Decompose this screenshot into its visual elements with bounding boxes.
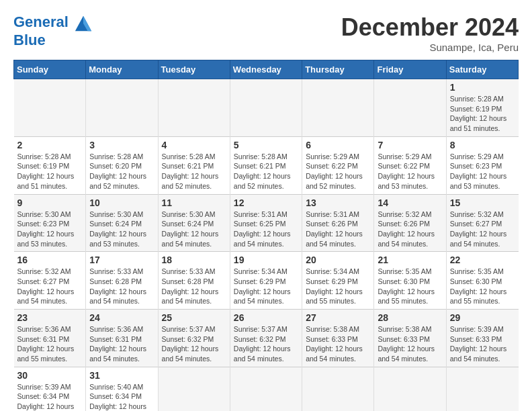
- day-info: Sunrise: 5:28 AMSunset: 6:21 PMDaylight:…: [162, 152, 226, 191]
- day-info: Sunrise: 5:34 AMSunset: 6:29 PMDaylight:…: [234, 267, 298, 306]
- calendar-cell: 3Sunrise: 5:28 AMSunset: 6:20 PMDaylight…: [86, 136, 158, 194]
- day-info: Sunrise: 5:28 AMSunset: 6:19 PMDaylight:…: [450, 94, 515, 134]
- calendar-cell: 15Sunrise: 5:32 AMSunset: 6:27 PMDayligh…: [446, 194, 518, 252]
- calendar-cell: 12Sunrise: 5:31 AMSunset: 6:25 PMDayligh…: [230, 194, 302, 252]
- day-number: 30: [17, 370, 83, 381]
- day-info: Sunrise: 5:33 AMSunset: 6:28 PMDaylight:…: [89, 267, 154, 306]
- day-info: Sunrise: 5:39 AMSunset: 6:34 PMDaylight:…: [17, 382, 83, 411]
- calendar-cell: [302, 367, 374, 411]
- day-number: 4: [162, 140, 226, 150]
- calendar-cell: 4Sunrise: 5:28 AMSunset: 6:21 PMDaylight…: [158, 136, 230, 194]
- day-info: Sunrise: 5:29 AMSunset: 6:22 PMDaylight:…: [306, 152, 370, 191]
- calendar-cell: 18Sunrise: 5:33 AMSunset: 6:28 PMDayligh…: [158, 252, 230, 310]
- calendar-cell: [302, 79, 374, 137]
- calendar-cell: 31Sunrise: 5:40 AMSunset: 6:34 PMDayligh…: [86, 367, 158, 411]
- day-number: 17: [89, 255, 154, 265]
- calendar-cell: 8Sunrise: 5:29 AMSunset: 6:23 PMDaylight…: [446, 136, 518, 194]
- day-number: 22: [450, 255, 515, 265]
- calendar-cell: 5Sunrise: 5:28 AMSunset: 6:21 PMDaylight…: [230, 136, 302, 194]
- calendar-week-row: 30Sunrise: 5:39 AMSunset: 6:34 PMDayligh…: [14, 367, 519, 411]
- calendar-cell: 16Sunrise: 5:32 AMSunset: 6:27 PMDayligh…: [14, 252, 86, 310]
- calendar-cell: 26Sunrise: 5:37 AMSunset: 6:32 PMDayligh…: [230, 310, 302, 367]
- day-number: 24: [89, 312, 154, 323]
- location: Sunampe, Ica, Peru: [341, 42, 519, 53]
- day-number: 21: [378, 255, 442, 265]
- page-header: General Blue December 2024 Sunampe, Ica,…: [13, 13, 519, 53]
- day-info: Sunrise: 5:30 AMSunset: 6:23 PMDaylight:…: [17, 210, 83, 249]
- day-info: Sunrise: 5:36 AMSunset: 6:31 PMDaylight:…: [17, 324, 83, 364]
- calendar-cell: 14Sunrise: 5:32 AMSunset: 6:26 PMDayligh…: [374, 194, 446, 252]
- title-block: December 2024 Sunampe, Ica, Peru: [341, 13, 519, 53]
- calendar-cell: 29Sunrise: 5:39 AMSunset: 6:33 PMDayligh…: [446, 310, 518, 367]
- month-title: December 2024: [341, 13, 519, 42]
- calendar-cell: [446, 367, 518, 411]
- calendar-week-row: 2Sunrise: 5:28 AMSunset: 6:19 PMDaylight…: [14, 136, 519, 194]
- day-number: 2: [17, 140, 83, 150]
- logo-icon: [74, 13, 93, 32]
- calendar-cell: [86, 79, 158, 137]
- day-number: 1: [450, 82, 515, 93]
- weekday-header: Thursday: [302, 60, 374, 79]
- day-info: Sunrise: 5:39 AMSunset: 6:33 PMDaylight:…: [450, 324, 515, 364]
- weekday-header: Tuesday: [158, 60, 230, 79]
- day-info: Sunrise: 5:30 AMSunset: 6:24 PMDaylight:…: [162, 210, 226, 249]
- calendar-cell: [14, 79, 86, 137]
- day-info: Sunrise: 5:29 AMSunset: 6:22 PMDaylight:…: [378, 152, 442, 191]
- calendar-cell: 6Sunrise: 5:29 AMSunset: 6:22 PMDaylight…: [302, 136, 374, 194]
- calendar-cell: 11Sunrise: 5:30 AMSunset: 6:24 PMDayligh…: [158, 194, 230, 252]
- calendar-cell: 13Sunrise: 5:31 AMSunset: 6:26 PMDayligh…: [302, 194, 374, 252]
- day-info: Sunrise: 5:31 AMSunset: 6:25 PMDaylight:…: [234, 210, 298, 249]
- day-info: Sunrise: 5:36 AMSunset: 6:31 PMDaylight:…: [89, 324, 154, 364]
- day-number: 27: [306, 312, 370, 323]
- day-info: Sunrise: 5:37 AMSunset: 6:32 PMDaylight:…: [234, 324, 298, 364]
- day-number: 19: [234, 255, 298, 265]
- calendar-cell: 24Sunrise: 5:36 AMSunset: 6:31 PMDayligh…: [86, 310, 158, 367]
- day-number: 18: [162, 255, 226, 265]
- logo-text: General: [13, 13, 93, 32]
- calendar-cell: 17Sunrise: 5:33 AMSunset: 6:28 PMDayligh…: [86, 252, 158, 310]
- calendar-cell: 22Sunrise: 5:35 AMSunset: 6:30 PMDayligh…: [446, 252, 518, 310]
- day-number: 29: [450, 312, 515, 323]
- day-info: Sunrise: 5:35 AMSunset: 6:30 PMDaylight:…: [378, 267, 442, 306]
- day-info: Sunrise: 5:32 AMSunset: 6:27 PMDaylight:…: [450, 210, 515, 249]
- day-info: Sunrise: 5:40 AMSunset: 6:34 PMDaylight:…: [89, 382, 154, 411]
- calendar-table: SundayMondayTuesdayWednesdayThursdayFrid…: [13, 60, 519, 411]
- calendar-cell: [158, 367, 230, 411]
- calendar-week-row: 16Sunrise: 5:32 AMSunset: 6:27 PMDayligh…: [14, 252, 519, 310]
- calendar-week-row: 1Sunrise: 5:28 AMSunset: 6:19 PMDaylight…: [14, 79, 519, 137]
- day-info: Sunrise: 5:32 AMSunset: 6:27 PMDaylight:…: [17, 267, 83, 306]
- day-number: 3: [89, 140, 154, 150]
- calendar-cell: [374, 79, 446, 137]
- calendar-cell: [158, 79, 230, 137]
- day-info: Sunrise: 5:28 AMSunset: 6:20 PMDaylight:…: [89, 152, 154, 191]
- weekday-header: Monday: [86, 60, 158, 79]
- calendar-cell: 1Sunrise: 5:28 AMSunset: 6:19 PMDaylight…: [446, 79, 518, 137]
- day-number: 31: [89, 370, 154, 381]
- day-info: Sunrise: 5:32 AMSunset: 6:26 PMDaylight:…: [378, 210, 442, 249]
- day-number: 11: [162, 197, 226, 208]
- calendar-cell: 10Sunrise: 5:30 AMSunset: 6:24 PMDayligh…: [86, 194, 158, 252]
- calendar-cell: 27Sunrise: 5:38 AMSunset: 6:33 PMDayligh…: [302, 310, 374, 367]
- day-info: Sunrise: 5:38 AMSunset: 6:33 PMDaylight:…: [306, 324, 370, 364]
- day-info: Sunrise: 5:34 AMSunset: 6:29 PMDaylight:…: [306, 267, 370, 306]
- calendar-cell: [374, 367, 446, 411]
- day-info: Sunrise: 5:31 AMSunset: 6:26 PMDaylight:…: [306, 210, 370, 249]
- calendar-cell: 9Sunrise: 5:30 AMSunset: 6:23 PMDaylight…: [14, 194, 86, 252]
- day-info: Sunrise: 5:37 AMSunset: 6:32 PMDaylight:…: [162, 324, 226, 364]
- calendar-cell: [230, 79, 302, 137]
- day-number: 14: [378, 197, 442, 208]
- day-number: 6: [306, 140, 370, 150]
- day-number: 20: [306, 255, 370, 265]
- day-number: 13: [306, 197, 370, 208]
- day-number: 26: [234, 312, 298, 323]
- calendar-cell: 30Sunrise: 5:39 AMSunset: 6:34 PMDayligh…: [14, 367, 86, 411]
- day-number: 10: [89, 197, 154, 208]
- day-info: Sunrise: 5:33 AMSunset: 6:28 PMDaylight:…: [162, 267, 226, 306]
- calendar-cell: 7Sunrise: 5:29 AMSunset: 6:22 PMDaylight…: [374, 136, 446, 194]
- day-info: Sunrise: 5:38 AMSunset: 6:33 PMDaylight:…: [378, 324, 442, 364]
- weekday-header-row: SundayMondayTuesdayWednesdayThursdayFrid…: [14, 60, 519, 79]
- logo-blue: Blue: [13, 32, 93, 48]
- day-info: Sunrise: 5:35 AMSunset: 6:30 PMDaylight:…: [450, 267, 515, 306]
- logo: General Blue: [13, 13, 93, 48]
- day-number: 16: [17, 255, 83, 265]
